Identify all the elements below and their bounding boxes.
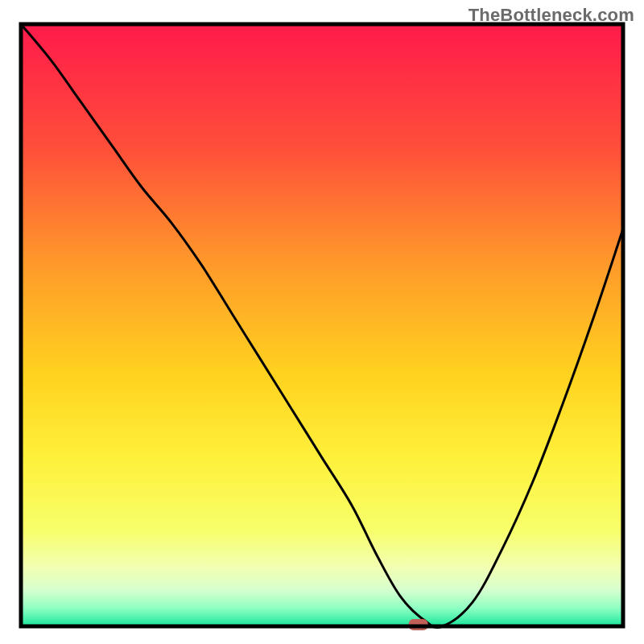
- chart-svg: [0, 0, 644, 644]
- plot-background: [21, 24, 623, 626]
- watermark-text: TheBottleneck.com: [469, 5, 634, 26]
- bottleneck-chart: TheBottleneck.com: [0, 0, 644, 644]
